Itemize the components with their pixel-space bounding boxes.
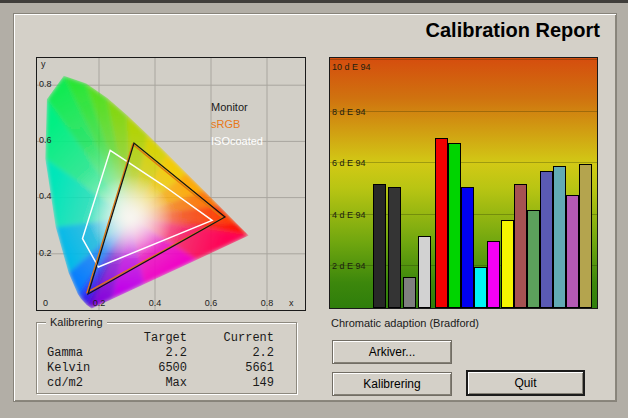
page-title: Calibration Report <box>426 19 600 42</box>
kelvin-current: 5661 <box>187 361 274 376</box>
bar-muted-magenta <box>566 195 579 309</box>
y-tick-0.2: 0.2 <box>39 249 52 258</box>
table-row: Kelvin 6500 5661 <box>47 361 274 376</box>
legend-monitor: Monitor <box>211 99 263 116</box>
groupbox-title: Kalibrering <box>46 316 107 328</box>
de94-bar-chart: 2 d E 944 d E 946 d E 948 d E 9410 d E 9… <box>329 57 598 309</box>
x-tick-0.2: 0.2 <box>93 299 106 308</box>
gridline-8dE <box>330 111 597 112</box>
bar-muted-cyan <box>553 166 566 308</box>
x-tick-0.8: 0.8 <box>261 299 274 308</box>
archive-button[interactable]: Arkiver... <box>332 340 452 364</box>
gamma-target: 2.2 <box>133 346 187 361</box>
bar-muted-yellow <box>579 164 592 308</box>
kelvin-target: 6500 <box>133 361 187 376</box>
luminance-target: Max <box>133 376 187 391</box>
row-label-gamma: Gamma <box>47 346 133 361</box>
y-tick-0.4: 0.4 <box>39 192 52 201</box>
calibration-groupbox: Kalibrering Target Current Gamma 2.2 2.2… <box>36 322 297 394</box>
grid-label-10dE: 10 d E 94 <box>332 62 371 72</box>
quit-button[interactable]: Quit <box>466 370 585 396</box>
grid-label-6dE: 6 d E 94 <box>332 158 366 168</box>
bar-cyan <box>474 267 487 308</box>
calibration-table: Target Current Gamma 2.2 2.2 Kelvin 6500… <box>47 331 274 391</box>
x-tick-0: 0 <box>43 299 48 308</box>
screen-edge <box>0 0 628 3</box>
bar-muted-green <box>527 210 540 308</box>
bar-gray <box>403 277 416 308</box>
gridline-6dE <box>330 162 597 163</box>
cie-chromaticity-diagram: y 0.8 0.6 0.4 0.2 0 0.2 0.4 0.6 0.8 x Mo… <box>36 57 306 311</box>
grid-label-8dE: 8 d E 94 <box>332 107 366 117</box>
grid-label-4dE: 4 d E 94 <box>332 210 366 220</box>
bar-muted-blue <box>540 171 553 308</box>
bar-dark-gray <box>388 187 401 308</box>
chart-caption: Chromatic adaption (Bradford) <box>331 317 479 329</box>
header-spacer <box>47 331 133 346</box>
legend-isocoated: ISOcoated <box>211 133 263 150</box>
bar-yellow <box>501 220 514 308</box>
bar-muted-red <box>514 184 527 308</box>
gamma-current: 2.2 <box>187 346 274 361</box>
calibrate-button[interactable]: Kalibrering <box>332 372 452 396</box>
bar-chart-plot: 2 d E 944 d E 946 d E 948 d E 9410 d E 9… <box>330 58 597 308</box>
table-row: cd/m2 Max 149 <box>47 376 274 391</box>
bar-light-gray <box>418 236 431 308</box>
y-tick-0.8: 0.8 <box>39 80 52 89</box>
col-header-target: Target <box>133 331 187 346</box>
bar-black <box>373 184 386 308</box>
y-tick-0.6: 0.6 <box>39 136 52 145</box>
gridline-10dE <box>330 59 597 60</box>
bar-red <box>435 138 448 308</box>
table-row: Gamma 2.2 2.2 <box>47 346 274 361</box>
y-axis-label: y <box>41 60 46 69</box>
cie-gamut-svg <box>37 58 305 310</box>
luminance-current: 149 <box>187 376 274 391</box>
legend-srgb: sRGB <box>211 116 263 133</box>
row-label-luminance: cd/m2 <box>47 376 133 391</box>
table-header-row: Target Current <box>47 331 274 346</box>
row-label-kelvin: Kelvin <box>47 361 133 376</box>
bar-magenta <box>487 241 500 308</box>
grid-label-2dE: 2 d E 94 <box>332 261 366 271</box>
screen: { "header": { "title": "Calibration Repo… <box>0 0 628 418</box>
x-tick-0.4: 0.4 <box>149 299 162 308</box>
bar-blue <box>461 187 474 308</box>
x-tick-0.6: 0.6 <box>205 299 218 308</box>
bar-green <box>448 143 461 308</box>
x-axis-label: x <box>289 299 294 308</box>
gamut-legend: Monitor sRGB ISOcoated <box>211 99 263 150</box>
col-header-current: Current <box>187 331 274 346</box>
